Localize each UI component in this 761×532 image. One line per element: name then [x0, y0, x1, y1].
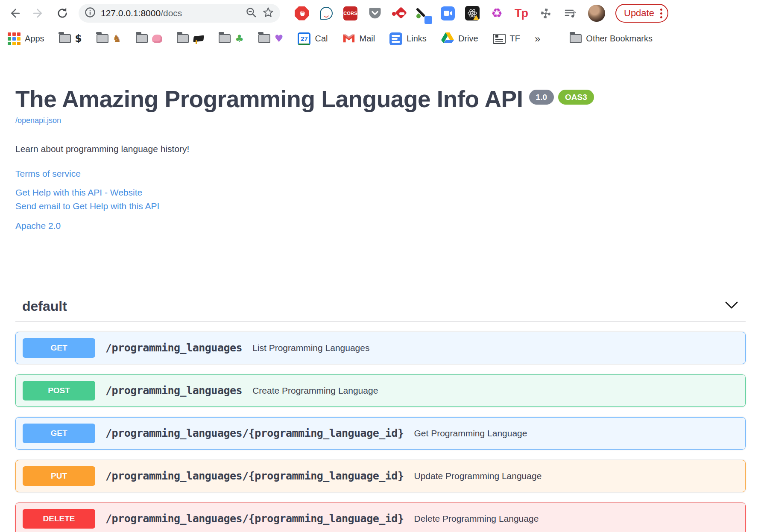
bookmark-folder-graduation[interactable] — [177, 33, 204, 44]
bookmark-label: Cal — [315, 34, 328, 44]
cors-icon[interactable]: CORS — [343, 6, 357, 20]
bookmark-folder-carousel-horse[interactable] — [97, 34, 122, 44]
color-picker-eyedropper-icon[interactable] — [416, 6, 430, 20]
folder-icon — [177, 34, 189, 43]
endpoint-path: /programming_languages/{programming_lang… — [105, 470, 404, 482]
extensions-row: CORS ♻ Tp — [295, 6, 577, 20]
adblock-stop-hand-icon[interactable] — [295, 6, 309, 20]
api-badges: 1.0 OAS3 — [529, 90, 594, 105]
endpoint-row[interactable]: GET /programming_languages List Programm… — [15, 332, 746, 364]
bookmark-drive[interactable]: Drive — [441, 32, 478, 46]
browser-toolbar: 127.0.0.1:8000/docs CORS ♻ Tp — [0, 0, 761, 26]
endpoint-summary: Update Programming Language — [414, 471, 541, 481]
tp-icon[interactable]: Tp — [514, 6, 528, 20]
bookmark-mail[interactable]: Mail — [342, 33, 375, 45]
method-badge: PUT — [23, 466, 95, 486]
apps-shortcut[interactable]: Apps — [8, 32, 44, 45]
help-website-link[interactable]: Get Help with this API - Website — [15, 187, 746, 198]
music-playlist-icon[interactable] — [563, 6, 577, 20]
bookmark-folder-purple-heart[interactable] — [258, 34, 284, 44]
api-help-links: Get Help with this API - Website Send em… — [15, 187, 746, 211]
red-diamond-icon[interactable] — [392, 6, 406, 20]
google-calendar-icon: 27 — [298, 32, 310, 45]
method-badge: GET — [23, 424, 95, 443]
browser-menu-kebab-icon[interactable] — [660, 9, 662, 18]
tag-section-header[interactable]: default — [15, 298, 746, 322]
bookmark-links[interactable]: Links — [389, 32, 427, 45]
zoom-video-icon[interactable] — [441, 6, 455, 20]
bookmark-label: Links — [407, 34, 427, 44]
endpoint-row[interactable]: GET /programming_languages/{programming_… — [15, 417, 746, 450]
page-title: The Amazing Programming Language Info AP… — [15, 87, 523, 112]
page-info-icon[interactable] — [85, 7, 96, 20]
herb-icon — [235, 34, 244, 44]
zoom-out-icon[interactable] — [246, 7, 257, 20]
bookmarks-divider — [555, 32, 555, 45]
api-links: Terms of service — [15, 169, 746, 179]
folder-icon — [258, 34, 270, 43]
bookmark-tf[interactable]: TF — [493, 34, 520, 44]
react-devtools-icon[interactable] — [465, 6, 480, 20]
back-icon[interactable] — [7, 6, 22, 21]
links-doc-icon — [389, 32, 402, 45]
pocket-icon[interactable] — [368, 6, 382, 20]
tag-title: default — [22, 298, 67, 314]
folder-icon — [570, 34, 582, 43]
url-bar[interactable]: 127.0.0.1:8000/docs — [79, 4, 280, 23]
bookmark-folder-herb[interactable] — [219, 34, 244, 44]
bookmark-star-icon[interactable] — [262, 6, 274, 20]
endpoint-path: /programming_languages — [105, 384, 242, 397]
endpoint-path: /programming_languages/{programming_lang… — [105, 427, 404, 439]
method-badge: POST — [23, 381, 95, 400]
method-badge: DELETE — [23, 509, 95, 529]
reload-icon[interactable] — [55, 6, 70, 21]
other-bookmarks-label: Other Bookmarks — [586, 34, 653, 44]
other-bookmarks[interactable]: Other Bookmarks — [570, 34, 653, 44]
bookmarks-overflow-chevron[interactable]: » — [535, 33, 540, 45]
api-docs-page: The Amazing Programming Language Info AP… — [0, 51, 761, 532]
card-note-icon — [493, 34, 506, 44]
endpoint-summary: Create Programming Language — [252, 386, 378, 396]
endpoint-row[interactable]: POST /programming_languages Create Progr… — [15, 374, 746, 407]
nav-buttons — [7, 6, 70, 21]
extensions-puzzle-icon[interactable] — [539, 6, 553, 20]
bookmark-folder-brain[interactable] — [136, 34, 162, 43]
profile-avatar[interactable] — [588, 5, 605, 22]
apps-grid-icon — [8, 32, 20, 45]
bookmark-label: Drive — [458, 34, 478, 44]
bookmark-label: Mail — [360, 34, 375, 44]
version-badge: 1.0 — [529, 90, 554, 105]
recycle-icon[interactable]: ♻ — [490, 6, 504, 20]
dollar-icon — [75, 34, 82, 44]
google-drive-icon — [441, 32, 454, 46]
chat-bubble-icon[interactable] — [319, 6, 333, 20]
graduation-cap-icon — [193, 33, 204, 44]
update-button[interactable]: Update — [615, 4, 668, 23]
openapi-json-link[interactable]: /openapi.json — [15, 116, 61, 125]
oas3-badge: OAS3 — [558, 90, 594, 105]
bookmarks-bar: Apps 27 Cal Mail Links Drive TF » Other … — [0, 26, 761, 51]
endpoint-summary: Delete Programming Language — [414, 514, 539, 524]
purple-heart-icon — [275, 34, 284, 44]
folder-icon — [97, 34, 108, 43]
folder-icon — [59, 34, 71, 43]
endpoint-summary: List Programming Languages — [252, 343, 369, 353]
endpoint-row[interactable]: PUT /programming_languages/{programming_… — [15, 460, 746, 492]
endpoint-row[interactable]: DELETE /programming_languages/{programmi… — [15, 503, 746, 532]
apps-label: Apps — [25, 34, 44, 44]
bookmark-folder-dollar[interactable] — [59, 34, 82, 44]
folder-icon — [219, 34, 231, 43]
api-description: Learn about programming language history… — [15, 144, 746, 154]
url-path: /docs — [161, 8, 182, 18]
forward-icon[interactable] — [31, 6, 46, 21]
terms-of-service-link[interactable]: Terms of service — [15, 169, 746, 179]
bookmark-cal[interactable]: 27 Cal — [298, 32, 328, 45]
carousel-horse-icon — [113, 34, 122, 44]
help-email-link[interactable]: Send email to Get Help with this API — [15, 201, 746, 211]
endpoint-path: /programming_languages/{programming_lang… — [105, 512, 404, 525]
folder-icon — [136, 34, 148, 43]
license-link[interactable]: Apache 2.0 — [15, 221, 746, 231]
chevron-down-icon[interactable] — [724, 301, 739, 311]
url-text[interactable]: 127.0.0.1:8000/docs — [101, 8, 240, 18]
brain-icon — [152, 35, 162, 43]
